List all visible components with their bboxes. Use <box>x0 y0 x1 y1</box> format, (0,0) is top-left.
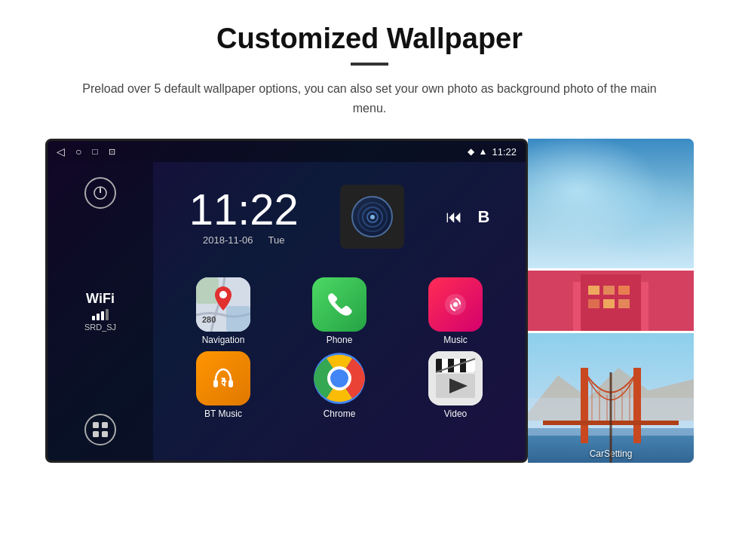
svg-point-36 <box>618 143 679 173</box>
page-description: Preload over 5 default wallpaper options… <box>75 79 664 118</box>
track-label: B <box>477 207 489 227</box>
app-item-bt-music[interactable]: BT Music <box>168 351 278 419</box>
svg-rect-4 <box>93 431 99 437</box>
radio-widget[interactable] <box>340 185 404 249</box>
svg-rect-15 <box>228 380 233 387</box>
svg-rect-26 <box>460 359 466 372</box>
status-bar-right: ◆ ▲ 11:22 <box>468 146 517 158</box>
svg-rect-42 <box>618 286 630 295</box>
clock-date-value: 2018-11-06 <box>203 234 253 246</box>
android-screen: ◁ ○ □ ⊡ ◆ ▲ 11:22 <box>45 139 528 463</box>
page-title: Customized Wallpaper <box>216 23 523 55</box>
bt-music-label: BT Music <box>204 409 242 419</box>
svg-point-9 <box>219 291 227 298</box>
svg-rect-2 <box>93 422 99 428</box>
svg-marker-32 <box>528 188 694 268</box>
clock-day: Tue <box>268 234 285 246</box>
power-button[interactable] <box>84 177 116 209</box>
prev-track-icon[interactable]: ⏮ <box>446 207 462 227</box>
svg-marker-34 <box>550 219 694 268</box>
svg-text:280: 280 <box>202 315 216 324</box>
svg-rect-3 <box>102 422 108 428</box>
svg-rect-31 <box>528 139 694 268</box>
screen-content: WiFi SRD_SJ <box>48 162 526 461</box>
svg-point-35 <box>550 151 626 196</box>
status-bar: ◁ ○ □ ⊡ ◆ ▲ 11:22 <box>48 141 526 162</box>
device-wrapper: ◁ ○ □ ⊡ ◆ ▲ 11:22 <box>45 139 694 463</box>
page-wrapper: Customized Wallpaper Preload over 5 defa… <box>0 0 739 478</box>
svg-rect-44 <box>603 299 615 308</box>
back-icon[interactable]: ◁ <box>57 145 65 158</box>
wifi-block: WiFi SRD_SJ <box>84 291 116 332</box>
svg-rect-14 <box>213 380 218 387</box>
home-icon[interactable]: ○ <box>75 145 81 158</box>
radio-inner <box>351 196 393 237</box>
wallpaper-thumbnails: CarSetting <box>528 139 694 463</box>
wallpaper-thumb-glacier[interactable] <box>528 139 694 268</box>
chrome-icon <box>312 351 366 405</box>
music-icon <box>428 277 483 332</box>
status-time: 11:22 <box>492 146 517 158</box>
left-sidebar: WiFi SRD_SJ <box>48 162 153 461</box>
svg-rect-49 <box>528 398 694 436</box>
phone-icon <box>312 277 366 332</box>
svg-rect-43 <box>588 299 599 308</box>
svg-marker-33 <box>528 196 694 268</box>
app-item-music[interactable]: Music <box>400 277 511 345</box>
app-item-navigation[interactable]: 280 Navigation <box>168 277 278 345</box>
wallpaper-thumb-bridge[interactable]: CarSetting <box>528 333 694 463</box>
svg-rect-5 <box>102 431 108 437</box>
recents-icon[interactable]: □ <box>92 146 97 157</box>
svg-rect-45 <box>618 299 630 308</box>
music-label: Music <box>443 335 467 345</box>
apps-grid-button[interactable] <box>84 414 116 445</box>
phone-label: Phone <box>327 335 353 345</box>
center-area: 11:22 2018-11-06 Tue <box>153 162 526 461</box>
app-item-chrome[interactable]: Chrome <box>284 351 394 419</box>
navigation-icon: 280 <box>196 277 250 332</box>
wifi-signal-icon: ▲ <box>479 146 488 157</box>
svg-rect-24 <box>448 359 454 372</box>
clock-date: 2018-11-06 Tue <box>203 234 284 246</box>
navigation-label: Navigation <box>202 335 245 345</box>
wallpaper-thumb-building[interactable] <box>528 271 694 331</box>
app-grid: 280 Navigation Ph <box>153 271 526 425</box>
status-bar-nav: ◁ ○ □ ⊡ <box>57 145 115 158</box>
clock-display: 11:22 2018-11-06 Tue <box>189 188 299 246</box>
wifi-bars-icon <box>92 309 109 320</box>
screenshot-icon[interactable]: ⊡ <box>109 147 115 157</box>
clock-section: 11:22 2018-11-06 Tue <box>153 162 526 271</box>
svg-rect-7 <box>196 277 219 304</box>
media-controls: ⏮ B <box>446 207 489 227</box>
svg-point-18 <box>330 369 348 387</box>
bt-music-icon <box>196 351 250 405</box>
title-underline <box>351 63 388 66</box>
app-item-video[interactable]: Video <box>400 351 511 419</box>
svg-rect-51 <box>633 368 641 443</box>
video-label: Video <box>444 409 467 419</box>
svg-rect-50 <box>581 368 588 443</box>
clock-time: 11:22 <box>189 188 299 231</box>
svg-point-13 <box>453 302 458 307</box>
radio-signal-icon <box>361 206 384 228</box>
svg-rect-8 <box>226 306 250 332</box>
wifi-label: WiFi <box>86 291 115 307</box>
app-item-phone[interactable]: Phone <box>284 277 394 345</box>
svg-rect-58 <box>543 421 679 425</box>
location-icon: ◆ <box>468 146 474 157</box>
wifi-ssid: SRD_SJ <box>84 323 116 332</box>
video-icon <box>428 351 483 405</box>
chrome-label: Chrome <box>324 409 356 419</box>
svg-rect-41 <box>603 286 615 295</box>
carsetting-label: CarSetting <box>528 448 694 459</box>
svg-rect-40 <box>588 286 599 295</box>
